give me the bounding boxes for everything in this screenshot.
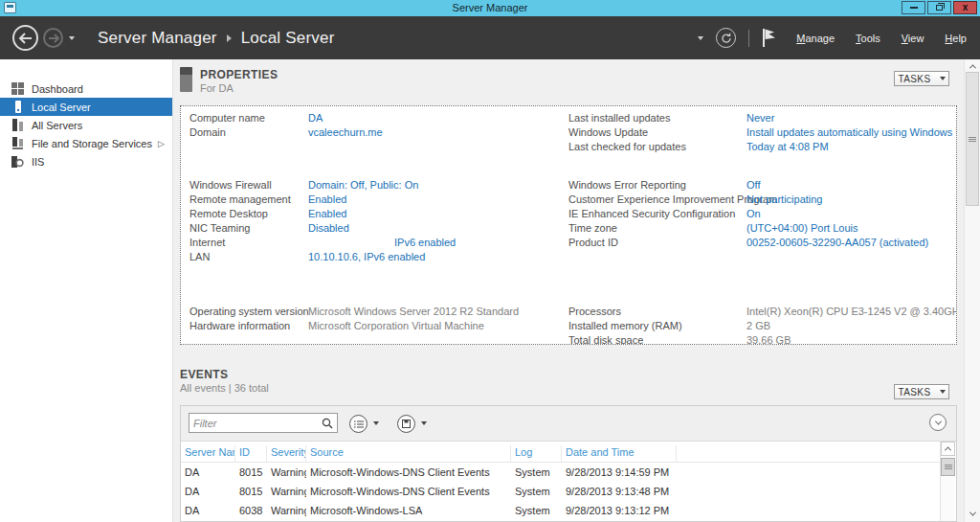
property-value-link[interactable]: Enabled [308,193,346,205]
property-row: Customer Experience Improvement ProgramN… [568,192,947,206]
events-tasks-button[interactable]: TASKS [894,384,949,399]
table-row[interactable]: DA 6038 Warning Microsoft-Windows-LSA Sy… [181,501,956,520]
title-bar: Server Manager x [0,0,980,16]
close-icon: x [963,3,969,12]
table-row[interactable]: DA 8015 Warning Microsoft-Windows-DNS Cl… [181,482,956,501]
sidebar-item-local-server[interactable]: Local Server [0,98,172,116]
collapse-panel-button[interactable] [929,414,947,431]
property-label: Windows Update [568,126,746,138]
table-scroll-up-button[interactable] [941,442,955,456]
cell-log: System [511,505,562,516]
iis-icon [11,155,25,168]
property-row: ProcessorsIntel(R) Xeon(R) CPU E3-1245 V… [568,304,947,318]
breadcrumb-root[interactable]: Server Manager [98,29,217,48]
notifications-flag-icon[interactable] [762,28,776,48]
property-label: Computer name [189,112,308,124]
column-header-id[interactable]: ID [235,445,267,462]
property-value: 39.66 GB [746,334,791,346]
column-header-log[interactable]: Log [511,445,562,462]
property-row: Windows FirewallDomain: Off, Public: On [189,177,568,192]
property-value-link[interactable]: On [746,208,761,219]
property-label: Product ID [568,237,746,248]
property-row: Last installed updatesNever [568,110,947,125]
window-title: Server Manager [0,2,980,13]
properties-server-icon [180,67,192,92]
menu-view[interactable]: View [902,33,924,44]
history-dropdown-caret[interactable] [69,36,75,40]
properties-tasks-button[interactable]: TASKS [894,71,949,86]
property-value-link[interactable]: (UTC+04:00) Port Louis [746,222,858,234]
property-value-link[interactable]: Disabled [308,222,349,234]
column-header-date-time[interactable]: Date and Time [562,445,677,462]
property-label: Hardware information [189,320,308,331]
property-value-link[interactable]: Off [746,179,760,191]
property-value-link[interactable]: IPv6 enabled [308,237,456,248]
property-row: InternetIPv6 enabled [189,235,568,249]
cell-id: 8015 [235,486,267,497]
saved-queries-caret-icon[interactable] [421,421,427,425]
property-value-link[interactable]: Today at 4:08 PM [746,141,829,152]
cell-source: Microsoft-Windows-DNS Client Events [306,486,511,497]
cell-log: System [511,466,562,478]
list-icon [354,420,364,428]
property-label: LAN [189,251,308,262]
column-header-severity[interactable]: Severity [267,445,306,462]
property-row: Installed memory (RAM)2 GB [568,318,947,332]
events-table-header: Server Name ID Severity Source Log Date … [181,442,956,463]
back-button[interactable] [12,25,38,51]
property-value-link[interactable]: Enabled [308,208,346,219]
property-value-link[interactable]: 00252-00605-32290-AA057 (activated) [746,237,928,248]
saved-queries-button[interactable] [397,415,415,433]
sidebar-item-all-servers[interactable]: All Servers [0,116,172,134]
column-header-server-name[interactable]: Server Name [181,445,235,462]
table-row[interactable]: DA 8015 Warning Microsoft-Windows-DNS Cl… [181,463,956,482]
restore-button[interactable] [927,1,951,14]
sidebar-item-label: All Servers [32,120,82,131]
page-scroll-up-button[interactable] [965,61,980,72]
refresh-button[interactable] [716,28,736,48]
property-value-link[interactable]: DA [308,112,323,124]
chevron-down-icon [934,418,941,424]
sidebar-item-file-storage-services[interactable]: File and Storage Services ▷ [0,134,172,152]
sidebar-item-dashboard[interactable]: Dashboard [0,79,172,98]
refresh-dropdown-caret[interactable] [698,36,703,40]
sidebar-item-iis[interactable]: IIS [0,152,172,170]
menu-tools[interactable]: Tools [856,33,880,44]
table-scroll-thumb[interactable] [941,458,955,476]
filter-input[interactable] [189,418,322,429]
property-row: Last checked for updatesToday at 4:08 PM [568,139,947,153]
sidebar-item-label: IIS [32,156,44,168]
cell-severity: Warning [267,466,306,478]
page-scrollbar [964,59,980,522]
cell-server-name: DA [181,486,235,497]
events-title: EVENTS [180,368,228,381]
property-value-link[interactable]: Domain: Off, Public: On [308,179,418,191]
forward-button[interactable] [43,28,63,48]
property-value-link[interactable]: Not participating [746,193,823,205]
scroll-grip-icon [969,137,976,138]
property-label: NIC Teaming [189,222,308,234]
tasks-caret-icon [940,390,946,394]
search-icon[interactable] [322,418,333,429]
filter-options-caret-icon[interactable] [373,421,379,425]
cell-log: System [511,486,562,497]
column-header-source[interactable]: Source [306,445,511,462]
property-row: Domainvcaleechurn.me [189,125,568,139]
page-scroll-down-button[interactable] [965,509,980,519]
property-label: Internet [189,237,308,248]
property-value-link[interactable]: vcaleechurn.me [308,126,383,138]
expand-arrow-icon[interactable]: ▷ [158,139,165,148]
property-value-link[interactable]: Never [746,112,774,124]
property-value: 2 GB [746,320,770,331]
minimize-button[interactable] [902,1,925,14]
property-label: Operating system version [189,306,308,317]
property-value-link[interactable]: Install updates automatically using Wind… [746,126,957,138]
menu-manage[interactable]: Manage [796,33,835,44]
page-scroll-thumb[interactable] [966,72,979,206]
filter-options-button[interactable] [349,415,368,433]
events-toolbar [181,406,956,441]
close-button[interactable]: x [953,1,977,14]
property-label: Domain [189,126,308,138]
menu-help[interactable]: Help [945,33,967,44]
property-value-link[interactable]: 10.10.10.6, IPv6 enabled [308,251,425,262]
